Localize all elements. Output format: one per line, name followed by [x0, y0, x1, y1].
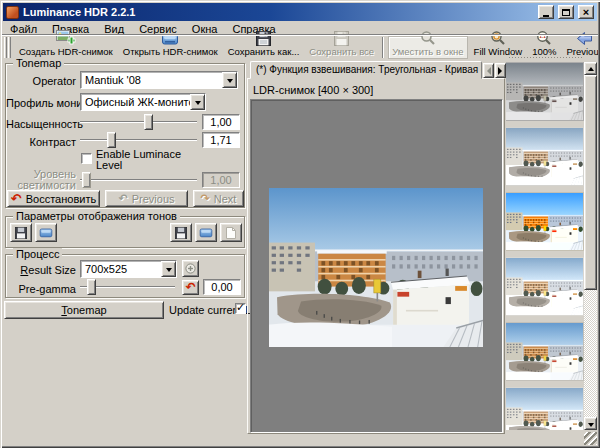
scroll-down-button[interactable] — [584, 417, 597, 430]
update-ldr-label: Update current LDR — [169, 304, 233, 316]
ldr-image — [269, 188, 483, 347]
slider-thumb[interactable] — [144, 114, 153, 130]
image-viewport[interactable] — [250, 99, 503, 433]
result-size-combo[interactable]: 700x525 — [80, 260, 177, 278]
saturation-value[interactable]: 1,00 — [202, 114, 240, 130]
slider-thumb[interactable] — [107, 132, 116, 148]
maximize-icon — [562, 9, 570, 16]
luminance-level-label: Уровень светимости — [6, 169, 76, 191]
toolbar-label: Открыть HDR-снимок — [123, 47, 218, 57]
luminance-level-slider — [80, 172, 197, 188]
enable-luminance-label: Enable Luminace Level — [96, 149, 182, 171]
thumbnail-3[interactable] — [506, 193, 583, 250]
new-hdr-icon — [56, 30, 76, 46]
enable-luminance-checkbox[interactable] — [81, 153, 92, 164]
result-size-value: 700x525 — [81, 263, 161, 275]
chevron-down-icon[interactable] — [222, 72, 237, 88]
contrast-slider[interactable] — [80, 132, 197, 148]
pregamma-label: Pre-gamma — [6, 283, 76, 295]
luminance-level-value-text: 1,00 — [210, 174, 231, 186]
zoom-100-icon: 1:1 — [536, 30, 552, 46]
undo-left-icon: ↶ — [118, 193, 127, 204]
scrollbar-thumb[interactable] — [584, 75, 597, 290]
result-size-label: Result Size — [6, 264, 76, 276]
chevron-right-icon — [498, 67, 506, 75]
thumbnail-5[interactable] — [506, 323, 583, 380]
pregamma-slider[interactable] — [80, 279, 175, 295]
new-hdr-button[interactable]: Создать HDR-снимок — [15, 36, 117, 59]
file-icon — [226, 227, 236, 239]
saturation-value-text: 1,00 — [210, 116, 231, 128]
next-setting-button: ↷ Next — [193, 190, 244, 207]
chevron-down-icon[interactable] — [190, 94, 205, 110]
svg-text:1:1: 1:1 — [539, 34, 546, 39]
apply-file-button — [220, 223, 242, 242]
thumbnail-1[interactable] — [506, 63, 583, 120]
tab-scroll-right-button[interactable] — [495, 63, 506, 78]
open-icon — [199, 227, 213, 238]
minimize-button[interactable] — [538, 5, 554, 19]
luminance-level-value: 1,00 — [202, 172, 240, 188]
close-button[interactable]: × — [578, 5, 594, 19]
chevron-left-icon — [483, 67, 491, 75]
add-size-button[interactable] — [182, 260, 199, 277]
tonemap-button[interactable]: Tonemap — [4, 301, 164, 319]
tone-settings-group: Параметры отображения тонов — [5, 216, 245, 248]
save-preset-button[interactable] — [10, 223, 32, 242]
contrast-value-text: 1,71 — [210, 134, 231, 146]
monitor-profile-label: Профиль монитора — [6, 97, 76, 109]
toolbar-label: Сохранить как... — [228, 47, 300, 57]
plus-circle-icon — [185, 263, 196, 274]
triangle-down-icon — [588, 423, 594, 430]
open-hdr-icon — [161, 31, 179, 46]
resize-grip[interactable] — [584, 432, 597, 445]
save-icon — [175, 227, 187, 239]
open-icon — [39, 227, 53, 238]
thumbnail-2[interactable] — [506, 128, 583, 185]
sidebar-scrollbar[interactable] — [584, 62, 597, 430]
previous-icon — [576, 31, 593, 46]
menu-file[interactable]: Файл — [10, 23, 37, 35]
undo-icon: ↶ — [185, 282, 195, 293]
operator-combo[interactable]: Mantiuk '08 — [80, 71, 238, 89]
contrast-value[interactable]: 1,71 — [202, 132, 240, 148]
saturation-label: Насыщенность — [6, 118, 76, 130]
restore-button-label: Восстановить — [26, 193, 96, 205]
tab-weighting-function[interactable]: (*) Функция взвешивания: Треугольная - К… — [250, 61, 482, 79]
process-group-title: Процесс — [13, 248, 62, 260]
scroll-up-button[interactable] — [584, 62, 597, 75]
maximize-button[interactable] — [558, 5, 574, 19]
fit-window-button[interactable]: Уместить в окне — [388, 36, 467, 59]
save-as-button[interactable]: Сохранить как... — [224, 36, 304, 59]
restore-button[interactable]: ↶ Восстановить — [7, 190, 100, 207]
thumbnail-6[interactable] — [506, 388, 583, 430]
toolbar-grip[interactable] — [4, 37, 11, 58]
slider-thumb[interactable] — [87, 279, 96, 295]
pregamma-value[interactable]: 0,00 — [203, 279, 241, 295]
operator-value: Mantiuk '08 — [81, 74, 222, 86]
pregamma-reset-button[interactable]: ↶ — [182, 280, 199, 295]
save-settings-button[interactable] — [170, 223, 192, 242]
dock-handle[interactable] — [508, 56, 584, 60]
menu-view[interactable]: Вид — [104, 23, 124, 35]
load-settings-button[interactable] — [195, 223, 217, 242]
ldr-size-label: LDR-снимок [400 × 300] — [253, 84, 373, 96]
tonemap-group-title: Tonemap — [13, 57, 64, 69]
close-icon: × — [583, 7, 589, 17]
open-hdr-button[interactable]: Открыть HDR-снимок — [119, 36, 222, 59]
thumbnail-4[interactable] — [506, 258, 583, 315]
monitor-profile-combo[interactable]: Офисный ЖК-монитор — [80, 93, 206, 111]
saturation-slider[interactable] — [80, 114, 197, 130]
tone-settings-group-title: Параметры отображения тонов — [13, 210, 180, 222]
window-title: Luminance HDR 2.2.1 — [23, 6, 534, 18]
load-preset-button[interactable] — [35, 223, 57, 242]
toolbar-label: Создать HDR-снимок — [19, 47, 113, 57]
update-ldr-checkbox[interactable] — [235, 303, 246, 314]
titlebar[interactable]: Luminance HDR 2.2.1 × — [3, 3, 597, 21]
toolbar-separator — [382, 37, 384, 58]
chevron-down-icon[interactable] — [161, 261, 176, 277]
save-all-icon — [334, 31, 349, 46]
triangle-up-icon — [588, 64, 594, 71]
menu-windows[interactable]: Окна — [192, 23, 218, 35]
undo-icon: ↶ — [11, 193, 22, 204]
